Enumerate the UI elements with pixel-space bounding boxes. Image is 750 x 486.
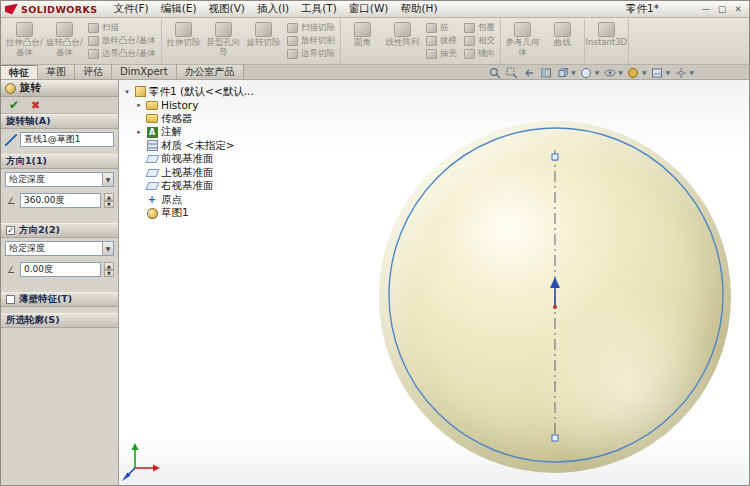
section-view-icon[interactable] (539, 66, 552, 79)
shell-icon (426, 49, 437, 59)
fillet-button[interactable]: 圆角 (343, 20, 382, 62)
tree-root-part[interactable]: ▾ 零件1 (默认<<默认... (123, 85, 254, 99)
sweep-cut-icon (287, 23, 298, 33)
close-icon[interactable]: ✕ (731, 3, 745, 16)
view-orientation-dropdown-icon[interactable]: ▼ (571, 69, 576, 76)
cancel-button[interactable]: ✖ (31, 99, 40, 112)
previous-view-icon[interactable] (522, 66, 535, 79)
revolve-boss-button[interactable]: 旋转凸台/基体 (45, 20, 84, 62)
loft-cut-button[interactable]: 放样切割 (285, 35, 337, 48)
hole-wizard-button[interactable]: 异型孔向导 (204, 20, 243, 62)
tree-item-sensors[interactable]: 传感器 (135, 112, 254, 126)
view-settings-dropdown-icon[interactable]: ▼ (689, 69, 694, 76)
display-style-icon[interactable] (580, 66, 593, 79)
thin-feature-header[interactable]: 薄壁特征(T) (1, 292, 118, 307)
zoom-to-area-icon[interactable] (505, 66, 518, 79)
direction1-header[interactable]: 方向1(1) (1, 154, 118, 169)
ribbon-group-boss: 拉伸凸台/基体 旋转凸台/基体 扫描 放样凸台/基体 边界凸台/基体 (3, 19, 162, 63)
mirror-icon (464, 49, 475, 59)
loft-button[interactable]: 放样凸台/基体 (86, 35, 158, 48)
axis-of-revolution-header[interactable]: 旋转轴(A) (1, 114, 118, 129)
zoom-fit-icon[interactable] (488, 66, 501, 79)
menu-insert[interactable]: 插入(I) (251, 2, 295, 16)
history-folder-icon (146, 101, 158, 110)
scene-dropdown-icon[interactable]: ▼ (666, 69, 671, 76)
hide-show-dropdown-icon[interactable]: ▼ (618, 69, 623, 76)
tree-item-sketch1[interactable]: 草图1 (135, 207, 254, 221)
display-style-dropdown-icon[interactable]: ▼ (595, 69, 600, 76)
axis-selection-input[interactable]: 直线1@草图1 (20, 132, 114, 147)
tree-item-annotations[interactable]: ▸ A 注解 (135, 126, 254, 140)
tab-features[interactable]: 特征 (1, 65, 38, 79)
direction2-checkbox[interactable]: ✓ (6, 226, 15, 235)
thin-feature-checkbox[interactable] (6, 295, 15, 304)
menu-tools[interactable]: 工具(T) (295, 2, 343, 16)
minimize-icon[interactable]: — (699, 3, 713, 16)
direction2-header[interactable]: ✓ 方向2(2) (1, 223, 118, 238)
rib-button[interactable]: 筋 (424, 22, 459, 35)
curves-button[interactable]: 曲线 (543, 20, 582, 62)
chevron-down-icon[interactable]: ▼ (102, 242, 113, 255)
revolve-cut-button[interactable]: 旋转切除 (244, 20, 283, 62)
spin-up-icon[interactable]: ▲ (104, 262, 114, 270)
spin-down-icon[interactable]: ▼ (104, 270, 114, 278)
direction1-end-condition-select[interactable]: 给定深度 ▼ (5, 172, 114, 187)
menu-edit[interactable]: 编辑(E) (155, 2, 203, 16)
headsup-view-toolbar: ▼ ▼ ▼ ▼ ▼ ▼ (488, 65, 694, 80)
tree-item-right-plane[interactable]: 右视基准面 (135, 180, 254, 194)
part-icon (135, 86, 146, 97)
edit-appearance-icon[interactable] (627, 66, 640, 79)
extrude-boss-button[interactable]: 拉伸凸台/基体 (5, 20, 44, 62)
selected-contours-header[interactable]: 所选轮廓(S) (1, 313, 118, 328)
loft-cut-icon (287, 36, 298, 46)
sweep-cut-button[interactable]: 扫描切除 (285, 22, 337, 35)
view-orientation-icon[interactable] (556, 66, 569, 79)
direction1-angle-input[interactable]: 360.00度 (20, 193, 101, 208)
collapse-icon[interactable]: ▾ (123, 88, 131, 96)
menu-view[interactable]: 视图(V) (203, 2, 251, 16)
extrude-cut-button[interactable]: 拉伸切除 (164, 20, 203, 62)
wrap-button[interactable]: 包覆 (462, 22, 497, 35)
ok-button[interactable]: ✔ (9, 98, 19, 112)
tab-sketch[interactable]: 草图 (38, 65, 75, 79)
hide-show-items-icon[interactable] (603, 66, 616, 79)
maximize-icon[interactable]: □ (715, 3, 729, 16)
menu-window[interactable]: 窗口(W) (343, 2, 395, 16)
tree-item-history[interactable]: ▸ History (135, 99, 254, 113)
graphics-viewport[interactable]: ▾ 零件1 (默认<<默认... ▸ History 传感器 ▸ A (119, 80, 749, 485)
expand-icon[interactable]: ▸ (135, 128, 143, 136)
boundary-button[interactable]: 边界凸台/基体 (86, 47, 158, 60)
draft-icon (426, 36, 437, 46)
direction2-end-condition-select[interactable]: 给定深度 ▼ (5, 241, 114, 256)
instant3d-button[interactable]: Instant3D (587, 20, 626, 62)
expand-icon[interactable]: ▸ (135, 101, 143, 109)
tab-dimxpert[interactable]: DimXpert (112, 65, 177, 79)
tree-item-front-plane[interactable]: 前视基准面 (135, 153, 254, 167)
shell-button[interactable]: 抽壳 (424, 47, 459, 60)
linear-pattern-button[interactable]: 线性阵列 (383, 20, 422, 62)
boundary-cut-button[interactable]: 边界切除 (285, 47, 337, 60)
solidworks-window: SOLIDWORKS 文件(F) 编辑(E) 视图(V) 插入(I) 工具(T)… (0, 0, 750, 486)
view-settings-icon[interactable] (674, 66, 687, 79)
tree-item-origin[interactable]: + 原点 (135, 193, 254, 207)
menu-help[interactable]: 帮助(H) (394, 2, 443, 16)
tab-evaluate[interactable]: 评估 (75, 65, 112, 79)
intersect-button[interactable]: 相交 (462, 35, 497, 48)
direction2-condition-row: 给定深度 ▼ (1, 238, 118, 259)
tree-item-material[interactable]: 材质 <未指定> (135, 139, 254, 153)
draft-button[interactable]: 拔模 (424, 35, 459, 48)
direction2-angle-input[interactable]: 0.00度 (20, 262, 101, 277)
sweep-button[interactable]: 扫描 (86, 22, 158, 35)
menu-file[interactable]: 文件(F) (107, 2, 154, 16)
boundary-cut-icon (287, 49, 298, 59)
mirror-button[interactable]: 镜向 (462, 47, 497, 60)
appearance-dropdown-icon[interactable]: ▼ (642, 69, 647, 76)
spin-down-icon[interactable]: ▼ (104, 201, 114, 209)
tree-item-top-plane[interactable]: 上视基准面 (135, 166, 254, 180)
chevron-down-icon[interactable]: ▼ (102, 173, 113, 186)
sphere-body[interactable] (379, 121, 731, 473)
reference-geometry-button[interactable]: 参考几何体 (503, 20, 542, 62)
spin-up-icon[interactable]: ▲ (104, 193, 114, 201)
tab-office-products[interactable]: 办公室产品 (177, 65, 244, 79)
apply-scene-icon[interactable] (651, 66, 664, 79)
